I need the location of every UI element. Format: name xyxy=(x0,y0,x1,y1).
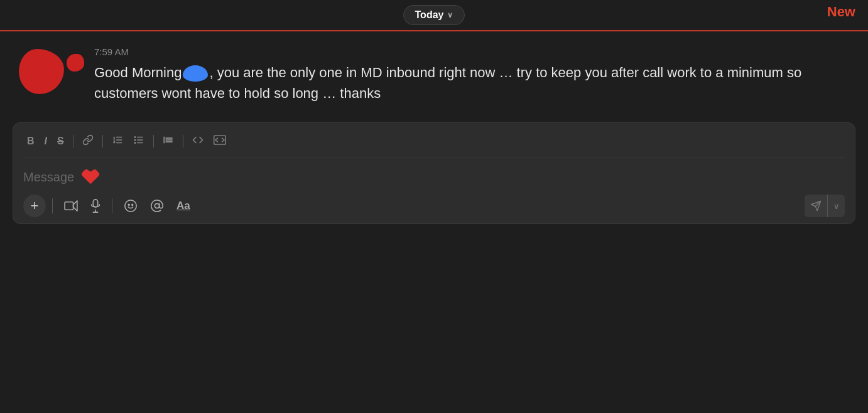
add-attachment-button[interactable]: + xyxy=(23,195,46,217)
font-icon: Aa xyxy=(176,200,190,212)
toolbar-right-group: ∨ xyxy=(805,195,845,217)
today-pill[interactable]: Today ∨ xyxy=(403,5,465,25)
toolbar-separator-4 xyxy=(183,135,183,148)
chevron-down-icon: ∨ xyxy=(447,11,453,19)
message-content: 7:59 AM Good Morning, you are the only o… xyxy=(94,46,849,104)
ordered-list-button[interactable] xyxy=(108,132,127,150)
message-timestamp: 7:59 AM xyxy=(94,46,849,57)
send-dropdown-button[interactable]: ∨ xyxy=(827,195,845,217)
toolbar-separator-left xyxy=(52,198,53,213)
message-placeholder: Message xyxy=(23,170,74,185)
mention-avatar xyxy=(183,65,208,82)
svg-point-19 xyxy=(125,200,136,212)
message-composer: B I S xyxy=(13,122,855,224)
italic-button[interactable]: I xyxy=(41,134,51,149)
message-container: 7:59 AM Good Morning, you are the only o… xyxy=(0,31,868,116)
svg-point-20 xyxy=(128,204,129,205)
microphone-button[interactable] xyxy=(85,195,106,217)
video-button[interactable] xyxy=(59,196,83,215)
message-input-area[interactable]: Message xyxy=(23,166,845,192)
svg-point-21 xyxy=(132,204,133,205)
svg-point-22 xyxy=(155,203,159,208)
svg-rect-14 xyxy=(65,202,73,210)
mention-button[interactable] xyxy=(145,195,169,217)
code-block-button[interactable] xyxy=(210,132,230,150)
strikethrough-button[interactable]: S xyxy=(53,134,68,149)
toolbar-left-group: + xyxy=(23,195,805,217)
bottom-toolbar: + xyxy=(23,192,845,217)
heart-emoji xyxy=(80,168,100,186)
send-icon xyxy=(810,200,822,212)
new-label: New xyxy=(827,4,855,20)
send-button[interactable] xyxy=(805,195,827,217)
message-text: Good Morning, you are the only one in MD… xyxy=(94,62,849,104)
svg-point-7 xyxy=(134,139,136,141)
bold-button[interactable]: B xyxy=(23,134,38,149)
svg-point-6 xyxy=(134,137,136,138)
message-text-before: Good Morning xyxy=(94,65,182,80)
svg-point-8 xyxy=(134,142,136,144)
avatar xyxy=(19,49,64,94)
toolbar-separator-mid xyxy=(112,198,112,213)
link-button[interactable] xyxy=(79,132,97,150)
code-button[interactable] xyxy=(188,132,207,150)
send-group: ∨ xyxy=(805,195,845,217)
toolbar-separator-2 xyxy=(102,135,103,148)
chevron-down-icon: ∨ xyxy=(833,201,840,211)
font-button[interactable]: Aa xyxy=(171,196,195,216)
svg-marker-15 xyxy=(73,201,77,211)
plus-icon: + xyxy=(31,198,39,214)
avatar-secondary xyxy=(67,54,84,72)
avatar-container xyxy=(19,49,84,94)
top-bar: Today ∨ New xyxy=(0,0,868,30)
toolbar-separator-3 xyxy=(153,135,154,148)
blockquote-button[interactable] xyxy=(159,132,178,150)
today-label: Today xyxy=(415,9,444,21)
toolbar-separator-1 xyxy=(73,135,73,148)
svg-rect-16 xyxy=(93,200,97,207)
unordered-list-button[interactable] xyxy=(129,132,148,150)
emoji-button[interactable] xyxy=(119,195,143,217)
format-toolbar: B I S xyxy=(23,132,845,158)
